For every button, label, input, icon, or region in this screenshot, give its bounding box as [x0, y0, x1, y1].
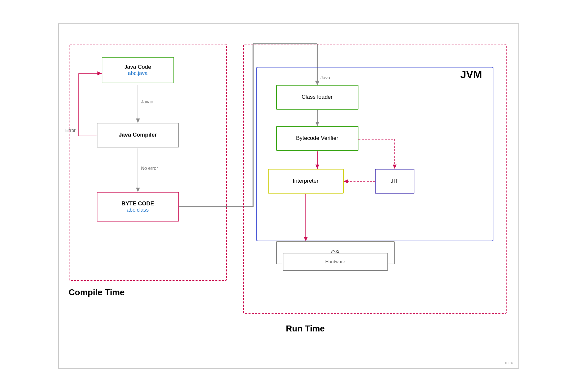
class-loader-text: Class loader — [302, 94, 333, 100]
java-compiler-box: Java Compiler — [97, 123, 179, 147]
java-compiler-title: Java Compiler — [118, 132, 157, 138]
java-code-box: Java Code abc.java — [102, 57, 174, 83]
no-error-label: No error — [141, 166, 158, 171]
hardware-box: Hardware — [283, 253, 388, 271]
miro-label: miro — [505, 360, 513, 365]
byte-code-title: BYTE CODE — [121, 200, 154, 207]
class-loader-box: Class loader — [276, 85, 358, 110]
bytecode-verifier-box: Bytecode Verifier — [276, 126, 358, 151]
interpreter-box: Interpreter — [268, 169, 344, 194]
jvm-label: JVM — [460, 68, 482, 81]
interpreter-text: Interpreter — [293, 178, 318, 184]
diagram-container: Compile Time Run Time JVM Java Code abc.… — [58, 23, 519, 369]
error-label: Error — [66, 128, 76, 133]
bytecode-verifier-text: Bytecode Verifier — [296, 135, 338, 142]
jit-text: JIT — [391, 178, 399, 184]
jit-box: JIT — [375, 169, 414, 194]
java-code-title: Java Code — [124, 64, 151, 70]
javac-label: Javac — [141, 99, 153, 104]
byte-code-subtitle: abc.class — [127, 207, 149, 213]
java-code-subtitle: abc.java — [128, 70, 148, 76]
byte-code-box: BYTE CODE abc.class — [97, 192, 179, 222]
hardware-text: Hardware — [325, 259, 345, 264]
compile-time-label: Compile Time — [69, 287, 125, 298]
run-time-label: Run Time — [286, 324, 325, 334]
java-arrow-label: Java — [321, 75, 330, 80]
